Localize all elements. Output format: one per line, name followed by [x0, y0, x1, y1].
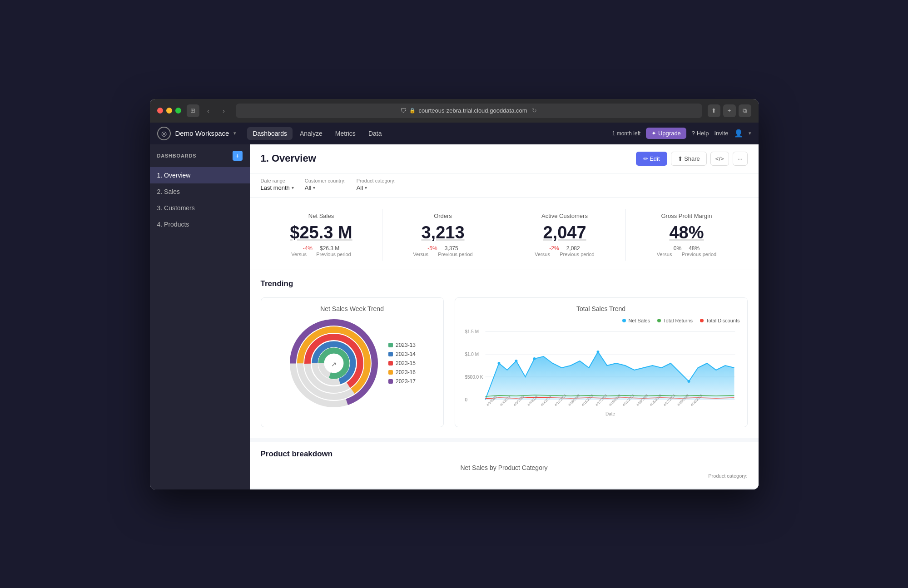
legend-net-sales-dot	[622, 319, 626, 322]
share-browser-button[interactable]: ⬆	[708, 104, 720, 117]
svg-point-21	[515, 360, 517, 362]
customer-country-value[interactable]: All ▾	[305, 184, 346, 191]
kpi-net-sales-abs: $26.3 M	[320, 245, 339, 252]
kpi-customers-pct: -2%	[549, 245, 559, 252]
svg-text:↗: ↗	[331, 361, 337, 368]
browser-actions: ⬆ + ⧉	[708, 104, 751, 117]
forward-button[interactable]: ›	[218, 104, 230, 117]
kpi-margin-sub: Versus Previous period	[635, 252, 739, 257]
new-tab-button[interactable]: +	[723, 104, 736, 117]
kpi-net-sales: Net Sales $25.3 M -4% $26.3 M Versus Pre…	[261, 209, 382, 261]
kpi-net-sales-vs: -4% $26.3 M	[270, 245, 373, 252]
dashboard-content: 1. Overview ✏ Edit ⬆ Share </> ··· Date …	[250, 144, 759, 489]
sidebar-item-customers[interactable]: 3. Customers	[150, 200, 250, 216]
customer-country-chevron-icon: ▾	[313, 185, 315, 190]
line-chart-card: Total Sales Trend Net Sales T	[455, 297, 748, 427]
svg-point-23	[596, 351, 599, 353]
trial-badge: 1 month left	[612, 130, 641, 137]
kpi-orders-sub: Versus Previous period	[392, 252, 495, 257]
kpi-net-sales-label: Net Sales	[270, 212, 373, 219]
nav-metrics[interactable]: Metrics	[330, 127, 361, 140]
kpi-orders-label: Orders	[392, 212, 495, 219]
product-category-chevron-icon: ▾	[365, 185, 367, 190]
legend-dot-2023-15	[388, 361, 393, 366]
add-dashboard-button[interactable]: +	[233, 151, 243, 161]
svg-point-24	[687, 380, 690, 383]
kpi-net-sales-pct: -4%	[303, 245, 313, 252]
more-chevron-icon[interactable]: ▾	[749, 130, 751, 136]
kpi-orders-abs: 3,375	[445, 245, 458, 252]
kpi-orders-vs: -5% 3,375	[392, 245, 495, 252]
kpi-customers: Active Customers 2,047 -2% 2,082 Versus …	[504, 209, 626, 261]
minimize-traffic-light[interactable]	[166, 108, 172, 114]
kpi-margin-pct: 0%	[674, 245, 681, 252]
product-category-filter-label: Product category:	[261, 473, 748, 479]
nav-data[interactable]: Data	[363, 127, 387, 140]
logo-icon: ◎	[157, 127, 171, 140]
trending-header: Trending	[250, 270, 759, 290]
product-category-filter: Product category: All ▾	[357, 178, 396, 191]
legend-item-2023-17: 2023-17	[388, 378, 416, 385]
svg-text:$1.5 M: $1.5 M	[465, 329, 479, 334]
address-bar[interactable]: 🛡 🔒 courteous-zebra.trial.cloud.gooddata…	[236, 104, 702, 118]
legend-total-discounts: Total Discounts	[700, 318, 740, 323]
traffic-lights	[157, 108, 181, 114]
customer-country-label: Customer country:	[305, 178, 346, 183]
donut-svg: ↗	[288, 318, 379, 409]
nav-analyze[interactable]: Analyze	[294, 127, 328, 140]
date-range-filter: Date range Last month ▾	[261, 178, 294, 191]
shield-icon: 🛡	[401, 107, 407, 114]
lock-icon: 🔒	[409, 108, 416, 114]
donut-legend: 2023-13 2023-14 2023-15	[388, 342, 416, 385]
line-chart-legend: Net Sales Total Returns Total Discounts	[462, 318, 740, 323]
sidebar-item-overview[interactable]: 1. Overview	[150, 167, 250, 183]
date-range-value[interactable]: Last month ▾	[261, 184, 294, 191]
kpi-margin-label: Gross Profit Margin	[635, 212, 739, 219]
legend-total-discounts-dot	[700, 319, 704, 322]
kpi-margin-vs: 0% 48%	[635, 245, 739, 252]
nav-dashboards[interactable]: Dashboards	[247, 127, 293, 140]
top-nav: ◎ Demo Workspace ▾ Dashboards Analyze Me…	[150, 123, 759, 144]
svg-text:Date: Date	[605, 411, 615, 416]
tab-grid-button[interactable]: ⊞	[187, 104, 199, 117]
help-button[interactable]: ? Help	[692, 130, 709, 137]
donut-chart-card: Net Sales Week Trend	[261, 297, 444, 427]
close-traffic-light[interactable]	[157, 108, 163, 114]
share-button[interactable]: ⬆ Share	[671, 152, 707, 166]
legend-net-sales: Net Sales	[622, 318, 650, 323]
sidebar-item-products[interactable]: 4. Products	[150, 216, 250, 232]
back-button[interactable]: ‹	[202, 104, 215, 117]
more-options-button[interactable]: ···	[733, 152, 748, 166]
donut-chart-title: Net Sales Week Trend	[268, 305, 436, 312]
legend-dot-2023-13	[388, 343, 393, 347]
product-category-value[interactable]: All ▾	[357, 184, 396, 191]
code-button[interactable]: </>	[710, 152, 729, 166]
kpi-section: Net Sales $25.3 M -4% $26.3 M Versus Pre…	[250, 198, 759, 270]
trending-section: Trending Net Sales Week Trend	[250, 270, 759, 442]
workspace-name: Demo Workspace	[175, 129, 229, 137]
legend-total-returns-dot	[657, 319, 661, 322]
donut-area: ↗ 2023-13 2023-14	[268, 318, 436, 409]
header-actions: ✏ Edit ⬆ Share </> ···	[636, 152, 748, 166]
app-layout: ◎ Demo Workspace ▾ Dashboards Analyze Me…	[150, 123, 759, 489]
dashboard-header: 1. Overview ✏ Edit ⬆ Share </> ···	[250, 144, 759, 173]
upgrade-button[interactable]: ✦ Upgrade	[646, 128, 686, 139]
kpi-customers-value: 2,047	[513, 223, 616, 242]
fullscreen-traffic-light[interactable]	[175, 108, 181, 114]
kpi-orders-pct: -5%	[427, 245, 437, 252]
kpi-net-sales-value: $25.3 M	[270, 223, 373, 242]
tabs-button[interactable]: ⧉	[739, 104, 751, 117]
sidebar-item-sales[interactable]: 2. Sales	[150, 183, 250, 200]
edit-button[interactable]: ✏ Edit	[636, 152, 667, 166]
invite-button[interactable]: Invite	[714, 130, 728, 137]
kpi-customers-label: Active Customers	[513, 212, 616, 219]
user-icon[interactable]: 👤	[734, 129, 743, 138]
kpi-orders: Orders 3,213 -5% 3,375 Versus Previous p…	[382, 209, 504, 261]
sidebar: DASHBOARDS + 1. Overview 2. Sales 3. Cus…	[150, 144, 250, 489]
date-range-label: Date range	[261, 178, 294, 183]
svg-text:$1.0 M: $1.0 M	[465, 352, 479, 357]
reload-icon[interactable]: ↻	[532, 107, 537, 114]
kpi-customers-sub: Versus Previous period	[513, 252, 616, 257]
legend-total-returns: Total Returns	[657, 318, 693, 323]
workspace-chevron-icon[interactable]: ▾	[233, 130, 236, 136]
